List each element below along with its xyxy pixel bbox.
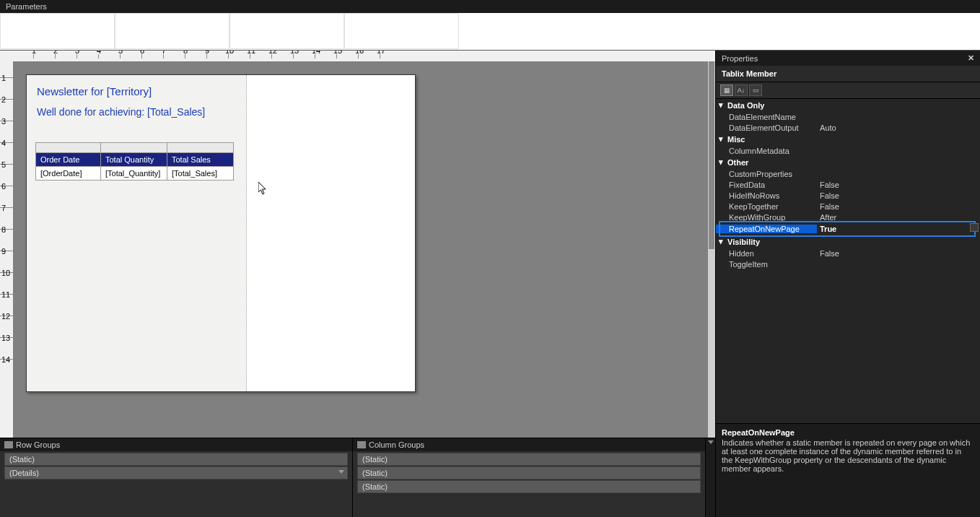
report-title[interactable]: Newsletter for [Territory] xyxy=(27,75,246,102)
tablix-header[interactable]: Total Sales xyxy=(167,153,234,167)
property-category[interactable]: ▾Other xyxy=(716,156,980,168)
property-row[interactable]: DataElementName xyxy=(716,111,980,122)
property-category[interactable]: ▾Misc xyxy=(716,133,980,145)
tablix-header[interactable]: Order Date xyxy=(36,153,101,167)
properties-header: Properties ✕ xyxy=(716,51,980,66)
vertical-ruler: 1 2 3 4 5 6 7 8 9 10 11 12 13 14 xyxy=(0,61,13,438)
param-cell[interactable] xyxy=(344,13,459,49)
tablix-cell[interactable]: [OrderDate] xyxy=(36,167,101,181)
alphabetical-button[interactable]: A↓ xyxy=(735,84,748,96)
properties-object[interactable]: Tablix Member xyxy=(716,66,980,82)
column-group-item[interactable]: (Static) xyxy=(357,466,701,479)
tablix-header[interactable]: Total Quantity xyxy=(101,153,167,167)
properties-desc-title: RepeatOnNewPage xyxy=(722,428,974,437)
property-row[interactable]: KeepTogetherFalse xyxy=(716,201,980,212)
property-pages-button[interactable]: ▭ xyxy=(749,84,762,96)
param-cell[interactable] xyxy=(115,13,229,49)
report-page[interactable]: Newsletter for [Territory] Well done for… xyxy=(26,74,416,392)
design-surface[interactable]: 1 2 3 4 5 6 7 8 9 10 11 12 13 14 15 16 1… xyxy=(0,51,715,438)
row-groups-title: Row Groups xyxy=(16,440,60,449)
property-row[interactable]: HideIfNoRowsFalse xyxy=(716,190,980,201)
parameters-header: Parameters xyxy=(0,0,980,13)
column-groups-title: Column Groups xyxy=(369,440,424,449)
property-row[interactable]: HiddenFalse xyxy=(716,248,980,258)
row-group-item[interactable]: (Details) xyxy=(4,466,348,479)
property-row[interactable]: ToggleItem xyxy=(716,258,980,269)
property-category[interactable]: ▾Visibility xyxy=(716,235,980,248)
param-cell[interactable] xyxy=(229,13,344,49)
categorized-button[interactable]: ▦ xyxy=(720,84,733,96)
close-icon[interactable]: ✕ xyxy=(968,53,974,63)
dropdown-icon[interactable] xyxy=(970,223,979,232)
column-groups-header: Column Groups xyxy=(353,438,705,451)
tablix-cell[interactable]: [Total_Quantity] xyxy=(101,167,167,181)
parameters-area xyxy=(0,13,980,51)
report-subtitle[interactable]: Well done for achieving: [Total_Sales] xyxy=(27,102,246,128)
tablix-cell[interactable]: [Total_Sales] xyxy=(167,167,234,181)
property-row[interactable]: CustomProperties xyxy=(716,168,980,179)
property-row[interactable]: ColumnMetadata xyxy=(716,145,980,156)
property-row[interactable]: FixedDataFalse xyxy=(716,179,980,190)
properties-title: Properties xyxy=(722,54,758,63)
properties-grid[interactable]: ▾Data OnlyDataElementNameDataElementOutp… xyxy=(716,99,980,423)
property-category[interactable]: ▾Data Only xyxy=(716,99,980,111)
properties-description: RepeatOnNewPage Indicates whether a stat… xyxy=(716,423,980,517)
properties-toolbar: ▦ A↓ ▭ xyxy=(716,82,980,99)
param-cell[interactable] xyxy=(0,13,115,49)
row-groups-header: Row Groups xyxy=(0,438,352,451)
column-group-item[interactable]: (Static) xyxy=(357,480,701,493)
groups-menu-button[interactable] xyxy=(705,438,715,517)
properties-desc-body: Indicates whether a static member is rep… xyxy=(722,438,974,473)
property-row[interactable]: RepeatOnNewPageTrue xyxy=(716,222,980,235)
row-group-item[interactable]: (Static) xyxy=(4,453,348,466)
column-group-item[interactable]: (Static) xyxy=(357,453,701,466)
property-row[interactable]: DataElementOutputAuto xyxy=(716,122,980,133)
row-groups-icon xyxy=(4,441,13,448)
parameters-title: Parameters xyxy=(6,2,47,11)
chevron-down-icon xyxy=(708,440,714,444)
property-row[interactable]: KeepWithGroupAfter xyxy=(716,212,980,222)
vertical-scrollbar[interactable] xyxy=(708,61,715,438)
column-groups-icon xyxy=(357,441,366,448)
tablix[interactable]: Order Date Total Quantity Total Sales [O… xyxy=(35,142,234,181)
horizontal-ruler: 1 2 3 4 5 6 7 8 9 10 11 12 13 14 15 16 1… xyxy=(13,51,715,61)
